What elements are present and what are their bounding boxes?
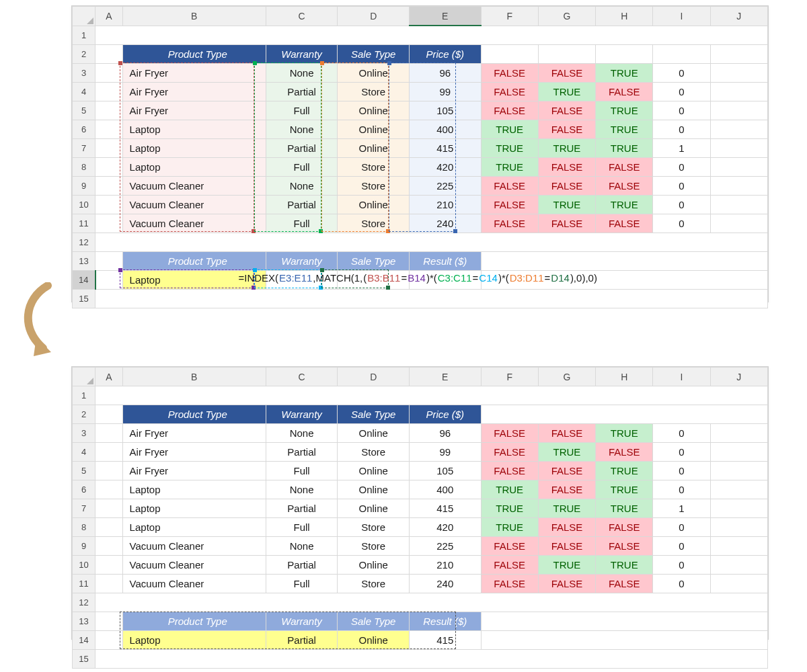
row-header[interactable]: 6 (73, 480, 95, 499)
cell[interactable]: TRUE (538, 83, 595, 101)
cell[interactable] (95, 290, 768, 308)
cell[interactable]: Store (338, 537, 410, 556)
cell[interactable]: None (266, 424, 338, 443)
cell[interactable]: FALSE (481, 196, 538, 214)
row-header[interactable]: 9 (73, 537, 95, 556)
cell[interactable]: 0 (653, 64, 710, 83)
cell[interactable]: FALSE (481, 177, 538, 196)
cell[interactable]: TRUE (596, 499, 653, 518)
cell[interactable] (95, 64, 123, 83)
row-header[interactable]: 11 (73, 214, 95, 233)
cell[interactable] (653, 45, 710, 64)
cell[interactable] (710, 424, 767, 443)
cell[interactable]: TRUE (596, 196, 653, 214)
header-price[interactable]: Price ($) (409, 405, 481, 424)
cell[interactable] (710, 462, 767, 480)
cell[interactable]: Partial (266, 556, 338, 575)
cell[interactable] (710, 120, 767, 139)
cell[interactable] (95, 120, 123, 139)
cell[interactable] (95, 26, 768, 45)
cell[interactable]: 0 (653, 537, 710, 556)
cell[interactable]: 99 (409, 443, 481, 462)
cell[interactable]: Vacuum Cleaner (122, 575, 266, 593)
cell[interactable]: TRUE (481, 499, 538, 518)
header-sale-type[interactable]: Sale Type (338, 45, 410, 64)
lookup-sale-type[interactable]: Online (338, 631, 410, 650)
cell[interactable]: Partial (266, 499, 338, 518)
cell[interactable] (710, 480, 767, 499)
cell[interactable]: FALSE (596, 537, 653, 556)
cell[interactable]: 0 (653, 556, 710, 575)
row-header[interactable]: 15 (73, 650, 95, 669)
cell[interactable] (95, 405, 123, 424)
cell[interactable]: Full (266, 158, 338, 177)
cell[interactable] (95, 177, 123, 196)
col-header-D[interactable]: D (338, 368, 410, 386)
cell[interactable]: 0 (653, 101, 710, 120)
col-header-H[interactable]: H (596, 368, 653, 386)
cell[interactable]: TRUE (538, 196, 595, 214)
cell[interactable] (710, 214, 767, 233)
cell[interactable]: 0 (653, 462, 710, 480)
col-header-C[interactable]: C (266, 368, 338, 386)
cell[interactable]: 415 (409, 499, 481, 518)
col-header-B[interactable]: B (122, 7, 266, 26)
cell[interactable]: 240 (409, 575, 481, 593)
cell[interactable]: Full (266, 518, 338, 537)
cell[interactable]: Laptop (122, 518, 266, 537)
cell[interactable]: TRUE (481, 139, 538, 158)
row-header[interactable]: 2 (73, 45, 95, 64)
row-header[interactable]: 7 (73, 499, 95, 518)
cell[interactable] (710, 101, 767, 120)
row-header[interactable]: 3 (73, 64, 95, 83)
cell[interactable]: Laptop (122, 499, 266, 518)
cell[interactable]: None (266, 480, 338, 499)
row-header[interactable]: 9 (73, 177, 95, 196)
cell[interactable] (95, 612, 123, 631)
cell[interactable]: TRUE (538, 139, 595, 158)
col-header-A[interactable]: A (95, 368, 123, 386)
cell[interactable]: 96 (409, 424, 481, 443)
cell[interactable] (95, 386, 768, 405)
cell[interactable] (710, 139, 767, 158)
lookup-product-type[interactable]: Laptop (122, 631, 266, 650)
cell[interactable]: FALSE (481, 443, 538, 462)
cell[interactable] (710, 64, 767, 83)
cell[interactable]: Air Fryer (122, 83, 266, 101)
cell[interactable]: 400 (409, 480, 481, 499)
result-cell[interactable]: 415 (409, 631, 481, 650)
cell[interactable] (481, 45, 538, 64)
cell[interactable]: TRUE (596, 424, 653, 443)
cell[interactable]: Online (338, 64, 410, 83)
cell[interactable]: Online (338, 196, 410, 214)
cell[interactable]: Online (338, 139, 410, 158)
col-header-G[interactable]: G (538, 7, 595, 26)
cell[interactable]: FALSE (596, 443, 653, 462)
cell[interactable]: FALSE (538, 214, 595, 233)
cell[interactable]: TRUE (596, 139, 653, 158)
cell[interactable]: FALSE (596, 83, 653, 101)
cell[interactable] (710, 518, 767, 537)
row-header[interactable]: 4 (73, 443, 95, 462)
cell[interactable]: Partial (266, 83, 338, 101)
cell[interactable] (710, 177, 767, 196)
cell[interactable]: TRUE (596, 556, 653, 575)
header-product-type[interactable]: Product Type (122, 45, 266, 64)
row-header[interactable]: 10 (73, 556, 95, 575)
cell[interactable] (95, 271, 123, 290)
cell[interactable]: Store (338, 83, 410, 101)
col-header-E[interactable]: E (409, 7, 481, 26)
cell[interactable] (95, 631, 123, 650)
cell[interactable] (338, 271, 410, 290)
cell[interactable] (481, 271, 767, 290)
cell[interactable]: 420 (409, 158, 481, 177)
cell[interactable] (710, 556, 767, 575)
cell[interactable]: Online (338, 480, 410, 499)
cell[interactable]: FALSE (481, 214, 538, 233)
cell[interactable]: FALSE (538, 101, 595, 120)
lookup-header-product-type[interactable]: Product Type (122, 612, 266, 631)
cell[interactable] (538, 45, 595, 64)
cell[interactable]: FALSE (596, 214, 653, 233)
cell[interactable]: Online (338, 120, 410, 139)
lookup-header-sale-type[interactable]: Sale Type (338, 612, 410, 631)
